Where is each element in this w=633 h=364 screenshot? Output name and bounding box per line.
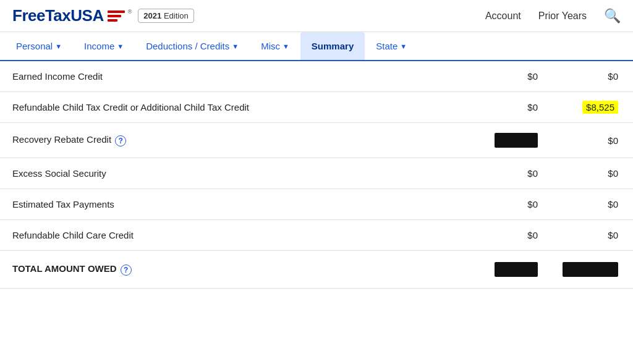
total-row: TOTAL AMOUNT OWED? <box>0 251 633 289</box>
redacted-value <box>495 262 538 277</box>
prior-years-link[interactable]: Prior Years <box>538 11 587 22</box>
chevron-down-icon: ▼ <box>283 43 289 50</box>
row-value-col2: $0 <box>550 220 633 251</box>
tab-income[interactable]: Income ▼ <box>73 32 135 60</box>
row-label: Refundable Child Tax Credit or Additiona… <box>0 92 482 123</box>
row-value-col2: $0 <box>550 123 633 158</box>
chevron-down-icon: ▼ <box>232 43 239 50</box>
table-row: Refundable Child Care Credit$0$0 <box>0 220 633 251</box>
tab-summary[interactable]: Summary <box>300 32 365 60</box>
row-label: Refundable Child Care Credit <box>0 220 482 251</box>
logo: FreeTaxUSA ® <box>12 6 132 25</box>
total-value-col1 <box>482 251 550 289</box>
edition-badge: 2021 Edition <box>138 9 193 23</box>
row-value-col1: $0 <box>482 220 550 251</box>
tab-deductions-credits[interactable]: Deductions / Credits ▼ <box>135 32 250 60</box>
header-nav: Account Prior Years 🔍 <box>485 8 621 24</box>
nav-tabs: Personal ▼ Income ▼ Deductions / Credits… <box>0 32 633 61</box>
logo-area: FreeTaxUSA ® 2021 Edition <box>12 6 485 25</box>
help-icon[interactable]: ? <box>121 265 132 276</box>
row-value-col1: $0 <box>482 189 550 220</box>
row-value-col2: $0 <box>550 189 633 220</box>
tab-personal[interactable]: Personal ▼ <box>5 32 73 60</box>
table-row: Earned Income Credit$0$0 <box>0 61 633 92</box>
edition-label: Edition <box>164 11 189 20</box>
table-row: Estimated Tax Payments$0$0 <box>0 189 633 220</box>
tab-state[interactable]: State ▼ <box>365 32 418 60</box>
edition-year: 2021 <box>143 11 161 20</box>
total-value-col2 <box>550 251 633 289</box>
table-row: Excess Social Security$0$0 <box>0 158 633 189</box>
row-value-col2: $8,525 <box>550 92 633 123</box>
content-area: Earned Income Credit$0$0Refundable Child… <box>0 61 633 289</box>
help-icon[interactable]: ? <box>115 135 126 146</box>
total-label: TOTAL AMOUNT OWED? <box>0 251 482 289</box>
chevron-down-icon: ▼ <box>55 43 62 50</box>
summary-table: Earned Income Credit$0$0Refundable Child… <box>0 61 633 289</box>
row-value-col1 <box>482 123 550 158</box>
row-label: Earned Income Credit <box>0 61 482 92</box>
tab-misc[interactable]: Misc ▼ <box>250 32 300 60</box>
row-value-col1: $0 <box>482 92 550 123</box>
site-header: FreeTaxUSA ® 2021 Edition Account Prior … <box>0 0 633 32</box>
row-label: Excess Social Security <box>0 158 482 189</box>
chevron-down-icon: ▼ <box>117 43 124 50</box>
account-link[interactable]: Account <box>485 11 521 22</box>
logo-stripes <box>108 11 125 22</box>
registered-mark: ® <box>128 9 132 15</box>
logo-text: FreeTaxUSA <box>12 6 104 25</box>
table-row: Recovery Rebate Credit?$0 <box>0 123 633 158</box>
chevron-down-icon: ▼ <box>400 43 407 50</box>
row-value-col1: $0 <box>482 158 550 189</box>
table-row: Refundable Child Tax Credit or Additiona… <box>0 92 633 123</box>
row-label: Estimated Tax Payments <box>0 189 482 220</box>
row-value-col1: $0 <box>482 61 550 92</box>
search-button[interactable]: 🔍 <box>604 8 621 24</box>
row-value-col2: $0 <box>550 61 633 92</box>
highlighted-value: $8,525 <box>582 101 618 114</box>
redacted-value <box>495 133 538 148</box>
row-value-col2: $0 <box>550 158 633 189</box>
row-label: Recovery Rebate Credit? <box>0 123 482 158</box>
redacted-value <box>563 262 618 277</box>
